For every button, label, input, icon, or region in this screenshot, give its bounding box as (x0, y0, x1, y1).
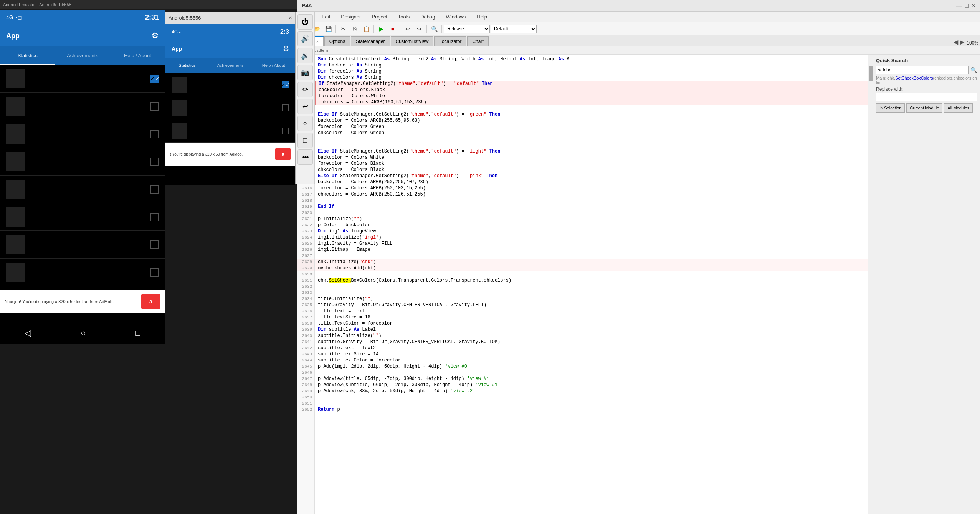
scroll-thumb[interactable] (869, 66, 873, 81)
popup-checkbox-2[interactable] (282, 104, 289, 111)
undo-btn[interactable]: ↩ (402, 24, 413, 34)
code-line-2647[interactable]: p.AddView(title, 65dip, -7dip, 300dip, H… (315, 376, 868, 382)
code-line-2643[interactable]: subtitle.TextSize = 14 (315, 351, 868, 357)
code-line-2637[interactable]: title.TextSize = 16 (315, 314, 868, 320)
code-line-2625[interactable]: img1.Gravity = Gravity.FILL (315, 240, 868, 247)
code-line-2610[interactable]: Else If StateManager.GetSetting2("theme"… (315, 148, 868, 154)
more-tool-btn[interactable]: ••• (297, 149, 313, 165)
code-line-2636[interactable]: title.Text = Text (315, 308, 868, 314)
in-selection-btn[interactable]: In Selection (876, 103, 905, 113)
copy-btn[interactable]: ⎘ (349, 24, 360, 34)
code-line-2646[interactable] (315, 370, 868, 376)
code-line-2600[interactable]: backcolor = Colors.Black (315, 87, 868, 93)
list-item-6[interactable] (0, 203, 165, 231)
checkbox-3[interactable] (150, 130, 159, 138)
code-line-2638[interactable]: title.TextColor = forecolor (315, 320, 868, 327)
code-line-2650[interactable] (315, 394, 868, 400)
tab-achievements-2[interactable]: Achievements (209, 58, 252, 73)
settings-icon-2[interactable]: ⚙ (283, 45, 289, 53)
code-line-2631[interactable]: chk.SetCheckBoxColors(Colors.Transparent… (315, 277, 868, 284)
save-btn[interactable]: 💾 (323, 24, 334, 34)
search-icon[interactable]: 🔍 (970, 67, 977, 73)
code-line-2620[interactable] (315, 210, 868, 216)
run-btn[interactable]: ▶ (376, 24, 387, 34)
list-item-7[interactable] (0, 231, 165, 259)
code-line-2595[interactable]: Sub CreateListItem(Text As String, Text2… (315, 56, 868, 62)
code-line-2601[interactable]: forecolor = Colors.White (315, 93, 868, 99)
popup-list-item-1[interactable]: ✓ (165, 73, 295, 96)
tab-scroll-left[interactable]: ◀ (954, 38, 958, 46)
code-line-2630[interactable] (315, 271, 868, 277)
checkbox-8[interactable] (150, 268, 159, 277)
code-line-2608[interactable] (315, 136, 868, 142)
code-line-2596[interactable]: Dim backcolor As String (315, 62, 868, 68)
popup-list-item-2[interactable] (165, 96, 295, 119)
code-line-2644[interactable]: subtitle.TextColor = forecolor (315, 357, 868, 363)
code-line-2613[interactable]: chkcolors = Colors.Black (315, 167, 868, 173)
code-line-2614[interactable]: Else If StateManager.GetSetting2("theme"… (315, 173, 868, 179)
code-line-2645[interactable]: p.Add(img1, 2dip, 2dip, 50dip, Height - … (315, 363, 868, 370)
home-btn-1[interactable]: ○ (81, 328, 86, 338)
list-item-8[interactable] (0, 259, 165, 286)
code-line-2605[interactable]: backcolor = Colors.ARGB(255,65,95,63) (315, 118, 868, 124)
replace-input[interactable] (876, 93, 977, 101)
tab-helpabout-1[interactable]: Help / About (110, 46, 165, 65)
code-line-2633[interactable] (315, 290, 868, 296)
circle-tool-btn[interactable]: ○ (297, 116, 313, 131)
release-dropdown[interactable]: Release (444, 25, 490, 33)
redo-btn[interactable]: ↪ (414, 24, 425, 34)
tab-statemanager[interactable]: StateManager (351, 36, 390, 46)
volume-up-tool-btn[interactable]: 🔊 (297, 31, 313, 46)
code-line-2632[interactable] (315, 284, 868, 290)
close-btn[interactable]: × (972, 2, 975, 9)
code-line-2616[interactable]: forecolor = Colors.ARGB(250,103,15,255) (315, 185, 868, 191)
code-line-2615[interactable]: backcolor = Colors.ARGB(250,255,107,235) (315, 179, 868, 185)
code-line-2629[interactable]: mycheckboxes.Add(chk) (315, 265, 868, 271)
code-line-2603[interactable] (315, 105, 868, 111)
tab-statistics-2[interactable]: Statistics (165, 58, 209, 73)
code-line-2623[interactable]: Dim img1 As ImageView (315, 228, 868, 234)
code-line-2612[interactable]: forecolor = Colors.Black (315, 161, 868, 167)
tab-chart[interactable]: Chart (467, 36, 488, 46)
code-line-2604[interactable]: Else If StateManager.GetSetting2("theme"… (315, 111, 868, 118)
edit-tool-btn[interactable]: ✏ (297, 82, 313, 97)
code-line-2626[interactable]: img1.Bitmap = Image (315, 247, 868, 253)
checkbox-4[interactable] (150, 158, 159, 166)
cut-btn[interactable]: ✂ (338, 24, 349, 34)
list-item-3[interactable] (0, 120, 165, 148)
menu-windows[interactable]: Windows (444, 13, 469, 20)
code-line-2621[interactable]: p.Initialize("") (315, 216, 868, 222)
popup-checkbox-1[interactable]: ✓ (282, 81, 289, 88)
code-line-2606[interactable]: forecolor = Colors.Green (315, 124, 868, 130)
menu-project[interactable]: Project (369, 13, 389, 20)
code-line-2628[interactable]: chk.Initialize("chk") (315, 259, 868, 265)
tab-main-close[interactable]: × (316, 40, 319, 44)
code-line-2639[interactable]: Dim subtitle As Label (315, 327, 868, 333)
volume-down-tool-btn[interactable]: 🔉 (297, 48, 313, 63)
list-item-2[interactable] (0, 93, 165, 120)
code-line-2619[interactable]: End If (315, 204, 868, 210)
code-line-2634[interactable]: title.Initialize("") (315, 296, 868, 302)
paste-btn[interactable]: 📋 (361, 24, 372, 34)
code-line-2642[interactable]: subtitle.Text = Text2 (315, 345, 868, 351)
code-line-2624[interactable]: img1.Initialize("img1") (315, 234, 868, 240)
maximize-btn[interactable]: □ (965, 2, 969, 9)
checkbox-7[interactable] (150, 240, 159, 249)
menu-designer[interactable]: Designer (339, 13, 363, 20)
settings-icon-1[interactable]: ⚙ (151, 31, 159, 41)
code-line-2651[interactable] (315, 400, 868, 406)
code-line-2622[interactable]: p.Color = backcolor (315, 222, 868, 228)
tab-scroll-right[interactable]: ▶ (960, 38, 964, 46)
code-line-2599[interactable]: If StateManager.GetSetting2("theme","def… (315, 81, 868, 87)
menu-edit[interactable]: Edit (319, 13, 332, 20)
code-lines[interactable]: Sub CreateListItem(Text As String, Text2… (315, 55, 868, 514)
tab-helpabout-2[interactable]: Help / About (252, 58, 295, 73)
rotate-tool-btn[interactable]: ↩ (297, 99, 313, 114)
code-line-2618[interactable] (315, 197, 868, 204)
code-line-2598[interactable]: Dim chkcolors As String (315, 75, 868, 81)
power-tool-btn[interactable]: ⏻ (297, 14, 313, 30)
all-modules-btn[interactable]: All Modules (944, 103, 973, 113)
code-editor[interactable]: 2595259625972598259926002601260226032604… (297, 55, 873, 514)
minimize-btn[interactable]: — (956, 2, 962, 9)
popup-close-btn[interactable]: × (289, 15, 292, 22)
